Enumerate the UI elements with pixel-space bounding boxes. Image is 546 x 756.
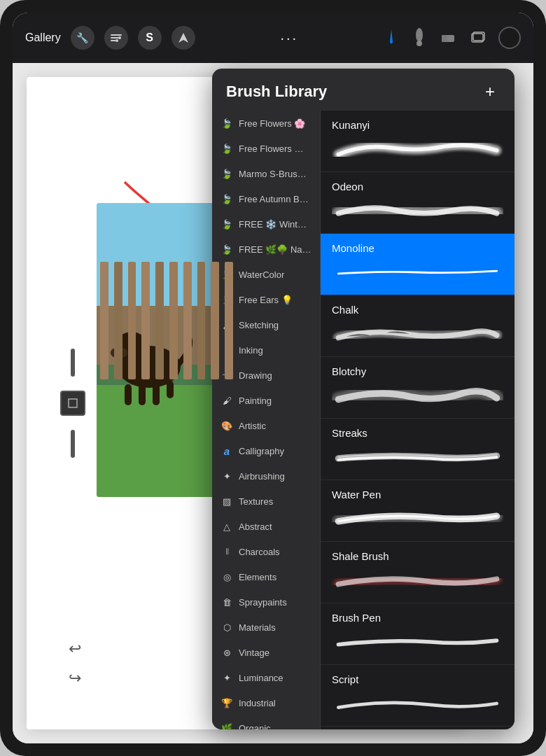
category-item-organic[interactable]: 🌿 Organic: [212, 715, 320, 729]
brush-library-panel: Brush Library + 🍃 Free Flowers 🌸 🍃 Free …: [212, 69, 514, 729]
eraser-icon[interactable]: [440, 29, 456, 46]
brush-name-script: Script: [332, 673, 503, 685]
category-item-calligraphy[interactable]: a Calligraphy: [212, 438, 320, 463]
category-item-vintage[interactable]: ⊛ Vintage: [212, 640, 320, 665]
category-item-free-flowers-v2[interactable]: 🍃 Free Flowers 🌸 V.2: [212, 136, 320, 161]
svg-point-1: [115, 39, 118, 42]
square-tool[interactable]: [60, 391, 85, 416]
category-item-airbrushing[interactable]: ✦ Airbrushing: [212, 463, 320, 489]
category-item-free-flowers[interactable]: 🍃 Free Flowers 🌸: [212, 111, 320, 136]
category-label-luminance: Luminance: [239, 673, 312, 683]
category-label-free-flowers-v2: Free Flowers 🌸 V.2: [239, 144, 312, 154]
category-label-elements: Elements: [239, 572, 312, 582]
smudge-icon[interactable]: [412, 28, 427, 48]
ipad-frame: Gallery 🔧 S ···: [0, 0, 546, 756]
navigate-icon[interactable]: [172, 26, 195, 50]
redo-button[interactable]: ↪: [69, 669, 81, 687]
gallery-button[interactable]: Gallery: [25, 31, 61, 44]
brush-item-kunanyi[interactable]: Kunanyi: [321, 111, 514, 172]
brush-item-odeon[interactable]: Odeon: [321, 172, 514, 234]
category-icon-free-flowers: 🍃: [220, 117, 233, 130]
category-icon-charcoals: ⦀: [220, 545, 233, 558]
brush-preview-monoline: [332, 258, 503, 286]
brush-item-shale-brush[interactable]: Shale Brush: [321, 542, 514, 603]
category-label-watercolor: WaterColor: [239, 270, 312, 280]
add-brush-button[interactable]: +: [479, 81, 500, 102]
brush-name-shale-brush: Shale Brush: [332, 550, 503, 562]
top-bar-left: Gallery 🔧 S: [25, 26, 195, 50]
svg-rect-16: [167, 381, 174, 398]
category-item-artistic[interactable]: 🎨 Artistic: [212, 413, 320, 438]
brush-preview-chalk: [332, 320, 503, 348]
brush-item-script[interactable]: Script: [321, 665, 514, 727]
brush-item-blotchy[interactable]: Blotchy: [321, 357, 514, 419]
undo-button[interactable]: ↩: [69, 640, 81, 658]
svg-rect-13: [125, 384, 132, 405]
undo-redo-panel: ↩ ↪: [69, 640, 81, 687]
category-item-free-nature[interactable]: 🍃 FREE 🌿🌳 Nature...: [212, 237, 320, 262]
category-item-charcoals[interactable]: ⦀ Charcoals: [212, 539, 320, 564]
opacity-slider-handle[interactable]: [71, 349, 75, 377]
ipad-screen: Gallery 🔧 S ···: [13, 13, 533, 743]
category-item-painting[interactable]: 🖌 Painting: [212, 388, 320, 413]
svg-marker-2: [178, 33, 188, 43]
top-bar: Gallery 🔧 S ···: [13, 13, 533, 63]
category-label-free-winter: FREE ❄️ Winter N...: [239, 219, 312, 230]
category-icon-elements: ◎: [220, 570, 233, 583]
category-label-artistic: Artistic: [239, 421, 312, 431]
category-item-spraypaints[interactable]: 🗑 Spraypaints: [212, 589, 320, 615]
fence: [97, 262, 237, 379]
category-item-industrial[interactable]: 🏆 Industrial: [212, 690, 320, 715]
category-icon-industrial: 🏆: [220, 696, 233, 709]
svg-point-3: [416, 28, 423, 42]
brush-preview-script: [332, 690, 503, 718]
category-label-organic: Organic: [239, 723, 312, 730]
category-icon-materials: ⬡: [220, 621, 233, 634]
category-label-textures: Textures: [239, 496, 312, 507]
category-item-marmo[interactable]: 🍃 Marmo S-Brush Pack: [212, 161, 320, 186]
brush-item-chalk[interactable]: Chalk: [321, 295, 514, 357]
brush-item-water-pen[interactable]: Water Pen: [321, 480, 514, 542]
brush-preview-kunanyi: [332, 135, 503, 163]
category-icon-marmo: 🍃: [220, 167, 233, 180]
category-icon-organic: 🌿: [220, 722, 233, 729]
category-label-vintage: Vintage: [239, 648, 312, 658]
wrench-icon[interactable]: 🔧: [71, 26, 94, 50]
brush-name-kunanyi: Kunanyi: [332, 119, 503, 131]
svg-rect-6: [442, 35, 447, 42]
brush-tool-icon[interactable]: [384, 28, 399, 48]
category-icon-free-autumn: 🍃: [220, 192, 233, 205]
brush-library-header: Brush Library +: [212, 69, 514, 111]
category-item-elements[interactable]: ◎ Elements: [212, 564, 320, 589]
top-bar-center: ···: [195, 30, 384, 46]
brush-name-streaks: Streaks: [332, 427, 503, 439]
brush-item-monoline[interactable]: Monoline: [321, 234, 514, 295]
svg-rect-15: [153, 384, 160, 405]
category-item-materials[interactable]: ⬡ Materials: [212, 615, 320, 640]
brush-name-odeon: Odeon: [332, 181, 503, 192]
brush-item-brush-pen[interactable]: Brush Pen: [321, 603, 514, 665]
category-item-textures[interactable]: ▨ Textures: [212, 489, 320, 514]
category-label-materials: Materials: [239, 622, 312, 633]
category-label-drawing: Drawing: [239, 370, 312, 381]
left-tool-panel: [60, 349, 85, 458]
category-label-spraypaints: Spraypaints: [239, 597, 312, 608]
category-item-free-winter[interactable]: 🍃 FREE ❄️ Winter N...: [212, 211, 320, 237]
category-item-free-autumn[interactable]: 🍃 Free Autumn Brushes...: [212, 186, 320, 211]
size-slider-handle[interactable]: [71, 430, 75, 458]
context-menu-dots[interactable]: ···: [281, 30, 299, 46]
category-item-abstract[interactable]: △ Abstract: [212, 514, 320, 539]
adjust-icon[interactable]: [104, 26, 128, 50]
color-picker[interactable]: [498, 27, 521, 49]
layers-icon[interactable]: [469, 29, 486, 46]
brush-library-body: 🍃 Free Flowers 🌸 🍃 Free Flowers 🌸 V.2 🍃 …: [212, 111, 514, 729]
category-item-luminance[interactable]: ✦ Luminance: [212, 665, 320, 690]
brush-name-monoline: Monoline: [332, 242, 503, 254]
smudge-tool-icon[interactable]: S: [138, 26, 162, 50]
svg-rect-14: [139, 384, 146, 405]
brush-preview-brush-pen: [332, 628, 503, 656]
brush-list: Kunanyi: [321, 111, 514, 729]
svg-rect-17: [69, 399, 77, 407]
category-icon-free-nature: 🍃: [220, 243, 233, 255]
brush-item-streaks[interactable]: Streaks: [321, 419, 514, 480]
